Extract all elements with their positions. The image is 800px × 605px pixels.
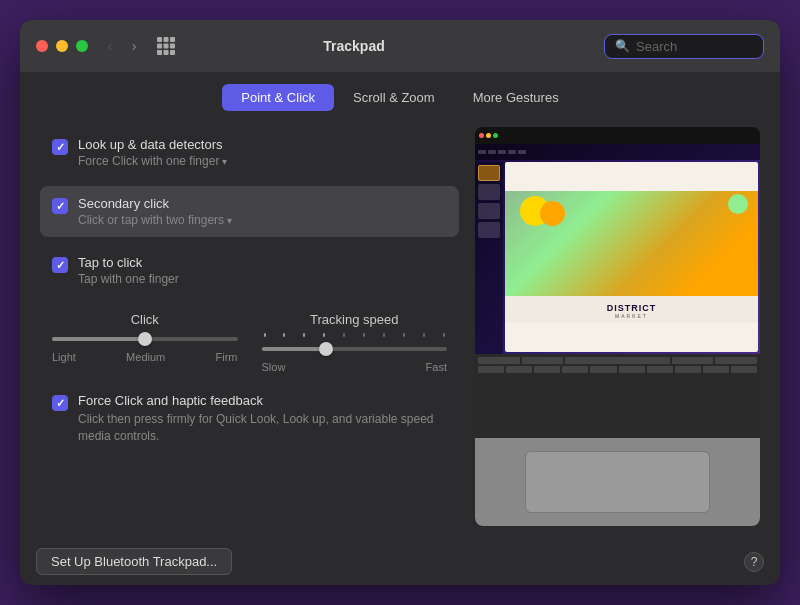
click-slider-title: Click — [52, 312, 238, 327]
tracking-label-slow: Slow — [262, 361, 286, 373]
key-command-left — [522, 357, 564, 364]
slide-thumb-4 — [478, 222, 500, 238]
fruit-3 — [728, 194, 748, 214]
secondary-click-checkbox[interactable]: ✓ — [52, 198, 68, 214]
search-input[interactable] — [636, 39, 753, 54]
key-space — [565, 357, 669, 364]
tab-more-gestures[interactable]: More Gestures — [454, 84, 578, 111]
secondary-click-setting[interactable]: ✓ Secondary click Click or tap with two … — [40, 186, 459, 237]
tab-point-click[interactable]: Point & Click — [222, 84, 334, 111]
tick-8 — [403, 333, 405, 337]
force-click-label: Force Click and haptic feedback — [78, 393, 447, 408]
key-fn-row-6 — [619, 366, 645, 373]
slide-thumb-1 — [478, 165, 500, 181]
sliders-section: Click Light Medium Firm Tracking speed — [40, 304, 459, 377]
preview-app-bar — [475, 127, 760, 144]
tracking-slider-thumb[interactable] — [319, 342, 333, 356]
tabs-bar: Point & Click Scroll & Zoom More Gesture… — [20, 72, 780, 119]
tick-4 — [323, 333, 325, 337]
key-fn-row-5 — [590, 366, 616, 373]
tracking-slider-labels: Slow Fast — [262, 361, 448, 373]
preview-image: DISTRICT MARKET — [475, 127, 760, 526]
tracking-slider-track[interactable] — [262, 347, 448, 351]
preview-top: DISTRICT MARKET — [475, 144, 760, 354]
preview-close-dot — [479, 133, 484, 138]
preview-sidebar — [475, 162, 503, 354]
preview-keyboard — [475, 354, 760, 438]
force-click-checkbox[interactable]: ✓ — [52, 395, 68, 411]
tap-to-click-text: Tap to click Tap with one finger — [78, 255, 179, 286]
secondary-click-label: Secondary click — [78, 196, 232, 211]
slide-thumb-2 — [478, 184, 500, 200]
tb-2 — [488, 150, 496, 154]
click-label-firm: Firm — [215, 351, 237, 363]
lookup-checkbox[interactable]: ✓ — [52, 139, 68, 155]
key-row-1 — [478, 357, 757, 364]
tick-10 — [443, 333, 445, 337]
tick-9 — [423, 333, 425, 337]
minimize-button[interactable] — [56, 40, 68, 52]
search-box[interactable]: 🔍 — [604, 34, 764, 59]
close-button[interactable] — [36, 40, 48, 52]
lookup-chevron-icon: ▾ — [222, 156, 227, 167]
setup-bluetooth-button[interactable]: Set Up Bluetooth Trackpad... — [36, 548, 232, 575]
tap-to-click-checkmark: ✓ — [56, 259, 65, 272]
key-fn-row-8 — [675, 366, 701, 373]
lookup-checkmark: ✓ — [56, 141, 65, 154]
preview-maximize-dot — [493, 133, 498, 138]
traffic-lights — [36, 40, 88, 52]
tap-to-click-sublabel: Tap with one finger — [78, 272, 179, 286]
key-fn-row-4 — [562, 366, 588, 373]
key-fn-row-2 — [506, 366, 532, 373]
window-title: Trackpad — [104, 38, 604, 54]
click-label-light: Light — [52, 351, 76, 363]
tap-to-click-label: Tap to click — [78, 255, 179, 270]
tap-to-click-checkbox[interactable]: ✓ — [52, 257, 68, 273]
click-slider-group: Click Light Medium Firm — [52, 312, 238, 373]
click-slider-track[interactable] — [52, 337, 238, 341]
titlebar: ‹ › Trackpad 🔍 — [20, 20, 780, 72]
tb-1 — [478, 150, 486, 154]
force-click-text: Force Click and haptic feedback Click th… — [78, 393, 447, 445]
district-text: DISTRICT — [509, 303, 754, 313]
key-fn-row-1 — [478, 366, 504, 373]
tab-scroll-zoom[interactable]: Scroll & Zoom — [334, 84, 454, 111]
main-window: ‹ › Trackpad 🔍 Point & Click Scro — [20, 20, 780, 585]
maximize-button[interactable] — [76, 40, 88, 52]
force-click-checkmark: ✓ — [56, 397, 65, 410]
click-slider-fill — [52, 337, 145, 341]
key-option-right — [715, 357, 757, 364]
lookup-setting[interactable]: ✓ Look up & data detectors Force Click w… — [40, 127, 459, 178]
tap-to-click-setting[interactable]: ✓ Tap to click Tap with one finger — [40, 245, 459, 296]
force-click-sublabel: Click then press firmly for Quick Look, … — [78, 411, 447, 445]
click-label-medium: Medium — [126, 351, 165, 363]
preview-canvas: DISTRICT MARKET — [505, 162, 758, 352]
secondary-click-chevron-icon: ▾ — [227, 215, 232, 226]
tracking-tick-marks — [262, 333, 448, 337]
key-fn-row-7 — [647, 366, 673, 373]
preview-screen: DISTRICT MARKET — [475, 127, 760, 526]
lookup-text: Look up & data detectors Force Click wit… — [78, 137, 227, 168]
tracking-slider-title: Tracking speed — [262, 312, 448, 327]
secondary-click-sublabel: Click or tap with two fingers ▾ — [78, 213, 232, 227]
tick-3 — [303, 333, 305, 337]
tracking-slider-fill — [262, 347, 327, 351]
help-button[interactable]: ? — [744, 552, 764, 572]
preview-minimize-dot — [486, 133, 491, 138]
lookup-label: Look up & data detectors — [78, 137, 227, 152]
tracking-slider-group: Tracking speed — [262, 312, 448, 373]
settings-panel: ✓ Look up & data detectors Force Click w… — [40, 127, 459, 526]
preview-panel: DISTRICT MARKET — [475, 127, 760, 526]
search-icon: 🔍 — [615, 39, 630, 53]
fruit-image — [505, 191, 758, 295]
force-click-setting[interactable]: ✓ Force Click and haptic feedback Click … — [40, 385, 459, 453]
tick-5 — [343, 333, 345, 337]
key-fn-row-9 — [703, 366, 729, 373]
tracking-label-fast: Fast — [426, 361, 447, 373]
slide-thumb-3 — [478, 203, 500, 219]
click-slider-thumb[interactable] — [138, 332, 152, 346]
key-fn-row-10 — [731, 366, 757, 373]
key-option-left — [478, 357, 520, 364]
tick-2 — [283, 333, 285, 337]
secondary-click-text: Secondary click Click or tap with two fi… — [78, 196, 232, 227]
